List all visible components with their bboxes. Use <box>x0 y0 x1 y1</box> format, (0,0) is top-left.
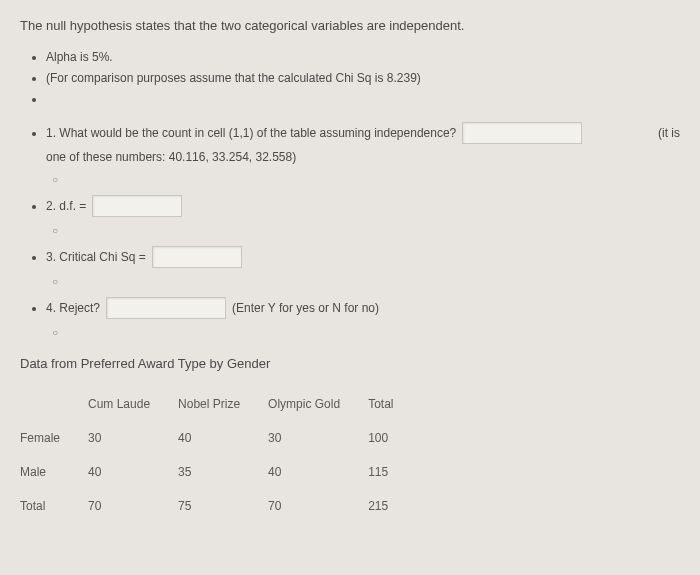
q4-input[interactable] <box>106 297 226 319</box>
spacer-circle-4: ○ <box>52 325 680 340</box>
cell: 40 <box>268 455 368 489</box>
bullet-alpha: Alpha is 5%. <box>46 48 680 66</box>
cell: 40 <box>178 421 268 455</box>
spacer-circle-1: ○ <box>52 172 680 187</box>
question-list: 1. What would be the count in cell (1,1)… <box>20 122 680 340</box>
cell: 100 <box>368 421 421 455</box>
col-blank <box>20 387 88 421</box>
bullet-empty <box>46 90 680 108</box>
spacer-circle-3: ○ <box>52 274 680 289</box>
context-list: Alpha is 5%. (For comparison purposes as… <box>20 48 680 108</box>
bullet-chi: (For comparison purposes assume that the… <box>46 69 680 87</box>
col-total: Total <box>368 387 421 421</box>
spacer-circle-2: ○ <box>52 223 680 238</box>
col-olympic: Olympic Gold <box>268 387 368 421</box>
table-row: Total 70 75 70 215 <box>20 489 421 523</box>
table-row: Female 30 40 30 100 <box>20 421 421 455</box>
cell: 115 <box>368 455 421 489</box>
q2-input[interactable] <box>92 195 182 217</box>
cell: 70 <box>88 489 178 523</box>
data-table: Cum Laude Nobel Prize Olympic Gold Total… <box>20 387 421 523</box>
cell: 30 <box>268 421 368 455</box>
col-cumlaude: Cum Laude <box>88 387 178 421</box>
row-label: Female <box>20 421 88 455</box>
q1-sub: one of these numbers: 40.116, 33.254, 32… <box>46 148 680 166</box>
q3-label: 3. Critical Chi Sq = <box>46 248 146 266</box>
cell: 35 <box>178 455 268 489</box>
row-label: Male <box>20 455 88 489</box>
cell: 75 <box>178 489 268 523</box>
question-2: 2. d.f. = ○ <box>46 195 680 238</box>
table-row: Male 40 35 40 115 <box>20 455 421 489</box>
q1-text: 1. What would be the count in cell (1,1)… <box>46 124 456 142</box>
q1-trail: (it is <box>658 124 680 142</box>
intro-text: The null hypothesis states that the two … <box>20 16 680 36</box>
q2-label: 2. d.f. = <box>46 197 86 215</box>
question-1: 1. What would be the count in cell (1,1)… <box>46 122 680 187</box>
q3-input[interactable] <box>152 246 242 268</box>
q4-hint: (Enter Y for yes or N for no) <box>232 299 379 317</box>
q4-label: 4. Reject? <box>46 299 100 317</box>
question-4: 4. Reject? (Enter Y for yes or N for no)… <box>46 297 680 340</box>
q1-input[interactable] <box>462 122 582 144</box>
col-nobel: Nobel Prize <box>178 387 268 421</box>
cell: 40 <box>88 455 178 489</box>
row-label: Total <box>20 489 88 523</box>
question-3: 3. Critical Chi Sq = ○ <box>46 246 680 289</box>
cell: 70 <box>268 489 368 523</box>
table-header-row: Cum Laude Nobel Prize Olympic Gold Total <box>20 387 421 421</box>
cell: 30 <box>88 421 178 455</box>
cell: 215 <box>368 489 421 523</box>
table-title: Data from Preferred Award Type by Gender <box>20 354 680 374</box>
